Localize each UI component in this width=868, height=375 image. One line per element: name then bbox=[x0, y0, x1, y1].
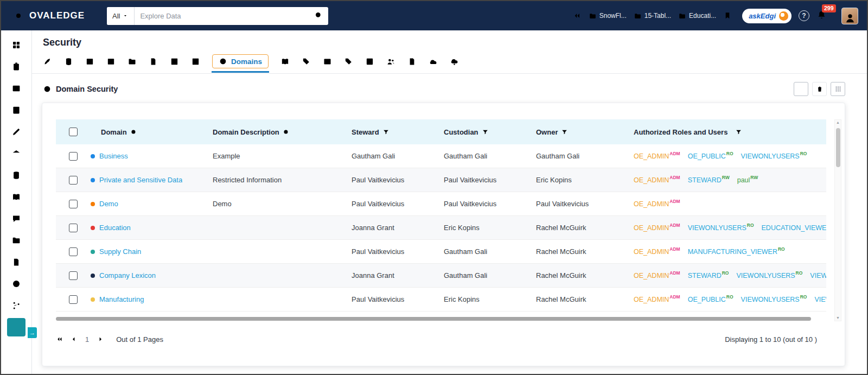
role-chip[interactable]: VIEWONLYUSERSRO bbox=[741, 151, 807, 160]
search-scope-dropdown[interactable]: All bbox=[107, 7, 135, 25]
tab-cloud[interactable] bbox=[429, 57, 438, 66]
tab-glossary[interactable] bbox=[280, 57, 290, 66]
tab-analytics[interactable] bbox=[191, 57, 200, 66]
sidebar-expand-button[interactable]: → bbox=[28, 327, 37, 338]
sidebar-item-governance[interactable] bbox=[7, 144, 25, 163]
tab-certified-docs[interactable] bbox=[149, 57, 158, 66]
tab-tags[interactable] bbox=[302, 57, 311, 66]
sort-icon[interactable] bbox=[91, 128, 98, 136]
column-search-icon[interactable] bbox=[130, 129, 137, 136]
notifications-button[interactable]: 299 bbox=[816, 10, 827, 22]
sidebar-item-collaboration[interactable] bbox=[7, 209, 25, 228]
tab-cloud-services[interactable] bbox=[450, 57, 459, 66]
recent-item[interactable]: Educati... bbox=[678, 12, 716, 20]
tab-tables[interactable] bbox=[85, 57, 94, 66]
sidebar-item-forms[interactable] bbox=[7, 101, 25, 119]
delete-domain-button[interactable] bbox=[812, 82, 827, 96]
role-chip[interactable]: OE_ADMINADM bbox=[634, 175, 680, 184]
bookmark-icon[interactable] bbox=[723, 11, 732, 20]
role-chip[interactable]: VIEWER… bbox=[810, 272, 826, 279]
collapse-recent-icon[interactable] bbox=[573, 11, 582, 20]
next-page-button[interactable] bbox=[97, 335, 104, 343]
column-search-icon[interactable] bbox=[283, 129, 290, 136]
askedgi-button[interactable]: askEdgi bbox=[742, 9, 792, 23]
horizontal-scrollbar-thumb[interactable] bbox=[56, 317, 811, 321]
role-chip[interactable]: OE_ADMINADM bbox=[634, 295, 680, 303]
tab-media[interactable] bbox=[323, 57, 332, 66]
help-icon[interactable]: ? bbox=[799, 10, 809, 21]
sidebar-item-projects[interactable] bbox=[7, 231, 25, 250]
tab-queries[interactable] bbox=[365, 57, 374, 66]
row-checkbox[interactable] bbox=[69, 271, 78, 280]
row-checkbox[interactable] bbox=[69, 152, 78, 161]
column-header-roles[interactable]: Authorized Roles and Users bbox=[634, 128, 826, 136]
scroll-up-arrow[interactable]: ▲ bbox=[836, 120, 840, 125]
role-chip[interactable]: STEWARDRO bbox=[688, 271, 729, 279]
role-chip[interactable]: OE_ADMINADM bbox=[634, 151, 680, 160]
tab-folders[interactable] bbox=[127, 57, 137, 66]
sidebar-item-analytics[interactable] bbox=[7, 318, 25, 336]
tab-launch[interactable] bbox=[43, 57, 52, 66]
row-checkbox[interactable] bbox=[69, 200, 78, 208]
role-chip[interactable]: OE_PUBLICRO bbox=[688, 151, 733, 160]
add-domain-button[interactable] bbox=[794, 82, 808, 96]
role-chip[interactable]: VIEWONLYUSERSRO bbox=[736, 271, 802, 279]
role-chip[interactable]: OE_PUBLICRO bbox=[688, 295, 733, 303]
user-avatar[interactable] bbox=[841, 8, 858, 24]
recent-item[interactable]: 15-Tabl... bbox=[634, 12, 671, 20]
column-header-description[interactable]: Domain Description bbox=[213, 128, 352, 136]
domain-link[interactable]: Manufacturing bbox=[99, 295, 144, 303]
tab-domains[interactable]: Domains bbox=[212, 54, 269, 68]
role-chip[interactable]: MANUFACTURING_VIEWERRO bbox=[688, 247, 785, 256]
sidebar-item-edit[interactable] bbox=[7, 123, 25, 141]
role-chip[interactable]: VIEWONLYUSERSRO bbox=[741, 295, 807, 303]
row-checkbox[interactable] bbox=[69, 247, 78, 256]
column-settings-button[interactable] bbox=[831, 82, 845, 96]
tab-users[interactable] bbox=[386, 57, 395, 66]
tab-databases[interactable] bbox=[64, 57, 73, 66]
filter-icon[interactable] bbox=[735, 129, 742, 136]
sidebar-item-home[interactable] bbox=[7, 36, 25, 54]
sidebar-item-reports[interactable] bbox=[7, 58, 25, 76]
sidebar-item-lineage[interactable] bbox=[7, 296, 25, 315]
domain-link[interactable]: Demo bbox=[99, 200, 118, 208]
column-header-owner[interactable]: Owner bbox=[536, 128, 634, 136]
column-header-steward[interactable]: Steward bbox=[352, 128, 444, 136]
row-checkbox[interactable] bbox=[69, 224, 78, 232]
search-submit-button[interactable] bbox=[309, 11, 328, 21]
domain-link[interactable]: Private and Sensitive Data bbox=[99, 176, 182, 184]
scroll-down-arrow[interactable]: ▼ bbox=[836, 315, 840, 321]
download-icon[interactable] bbox=[824, 335, 831, 343]
role-chip[interactable]: VIEWONLYUSERSRO bbox=[688, 223, 754, 232]
tab-reports[interactable] bbox=[170, 57, 179, 66]
role-chip[interactable]: OE_ADMINADM bbox=[634, 199, 680, 208]
role-chip[interactable]: OE_ADMINADM bbox=[634, 271, 680, 279]
role-chip[interactable]: paulRW bbox=[737, 175, 758, 184]
ovaledge-logo[interactable]: OVALEDGE bbox=[12, 9, 107, 22]
column-header-custodian[interactable]: Custodian bbox=[444, 128, 536, 136]
role-chip[interactable]: EDUCATION_VIEWERR… bbox=[762, 223, 826, 232]
row-checkbox[interactable] bbox=[69, 176, 78, 185]
tab-columns[interactable] bbox=[106, 57, 116, 66]
sidebar-item-glossary[interactable] bbox=[7, 188, 25, 206]
sidebar-item-media[interactable] bbox=[7, 79, 25, 98]
domain-link[interactable]: Company Lexicon bbox=[99, 271, 156, 279]
tab-files[interactable] bbox=[407, 57, 417, 66]
select-all-checkbox[interactable] bbox=[69, 128, 78, 136]
search-input[interactable] bbox=[135, 12, 309, 20]
prev-page-button[interactable] bbox=[70, 335, 78, 343]
sidebar-item-data-catalog[interactable] bbox=[7, 166, 25, 185]
recent-item[interactable]: SnowFl... bbox=[589, 12, 627, 20]
column-header-domain[interactable]: Domain bbox=[91, 128, 213, 136]
filter-icon[interactable] bbox=[382, 129, 390, 136]
sidebar-item-certification[interactable] bbox=[7, 253, 25, 271]
filter-icon[interactable] bbox=[561, 129, 568, 136]
role-chip[interactable]: OE_ADMINADM bbox=[634, 223, 680, 232]
sidebar-item-scheduler[interactable] bbox=[7, 275, 25, 293]
domain-link[interactable]: Supply Chain bbox=[99, 247, 141, 256]
domain-link[interactable]: Business bbox=[99, 152, 128, 160]
tab-labels[interactable] bbox=[344, 57, 353, 66]
filter-icon[interactable] bbox=[482, 129, 489, 136]
role-chip[interactable]: VIEWE… bbox=[814, 296, 826, 303]
vertical-scrollbar-thumb[interactable] bbox=[836, 128, 840, 167]
